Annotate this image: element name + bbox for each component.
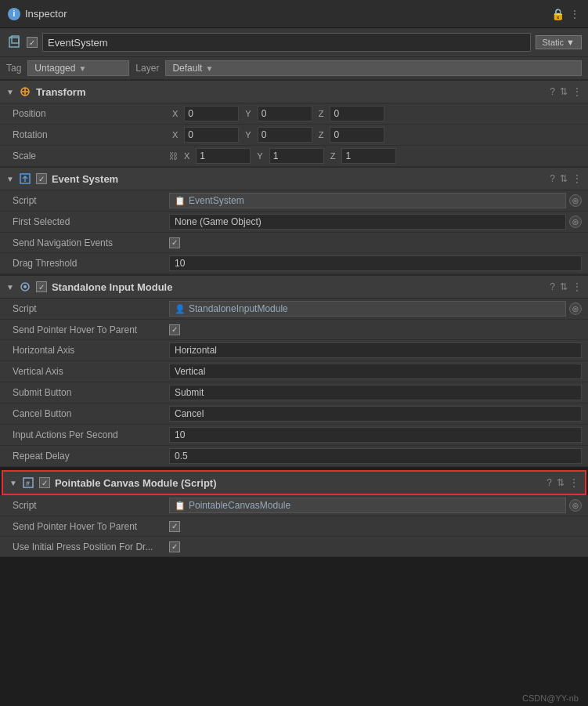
standalone-send-pointer-value: [169, 324, 582, 335]
standalone-more-icon[interactable]: ⋮: [572, 281, 582, 292]
position-row: Position X Y Z: [0, 103, 588, 125]
transform-help-icon[interactable]: ?: [550, 86, 555, 97]
svg-text:#: #: [26, 480, 30, 487]
transform-properties: Position X Y Z Rotation X Y Z Scale ⛓ X …: [0, 103, 588, 167]
submit-button-row: Submit Button: [0, 382, 588, 404]
horizontal-axis-value: [169, 342, 582, 358]
cancel-button-value: [169, 406, 582, 422]
position-value: X Y Z: [169, 106, 582, 121]
object-name-input[interactable]: [42, 33, 531, 52]
position-label: Position: [13, 108, 169, 119]
horizontal-axis-label: Horizontal Axis: [13, 345, 169, 356]
vertical-axis-row: Vertical Axis: [0, 361, 588, 382]
drag-threshold-row: Drag Threshold: [0, 253, 588, 274]
cancel-button-row: Cancel Button: [0, 404, 588, 425]
pointable-script-value: 📋 PointableCanvasModule ◎: [169, 498, 582, 513]
pos-x-input[interactable]: [184, 106, 239, 121]
layer-label: Layer: [135, 63, 159, 74]
event-system-section-icons: ? ⇅ ⋮: [550, 173, 582, 184]
pointable-canvas-module-header[interactable]: ▼ # Pointable Canvas Module (Script) ? ⇅…: [2, 470, 586, 495]
vertical-axis-input[interactable]: [169, 364, 582, 379]
pointable-script-field: 📋 PointableCanvasModule: [169, 498, 566, 513]
transform-settings-icon[interactable]: ⇅: [560, 86, 568, 97]
event-system-help-icon[interactable]: ?: [550, 173, 555, 184]
lock-icon[interactable]: 🔒: [551, 8, 565, 20]
standalone-script-picker[interactable]: ◎: [569, 302, 582, 315]
horizontal-axis-input[interactable]: [169, 342, 582, 358]
scale-x-label: X: [181, 151, 193, 161]
input-actions-value: [169, 427, 582, 443]
standalone-collapse-arrow: ▼: [6, 283, 14, 291]
standalone-input-module-header[interactable]: ▼ Standalone Input Module ? ⇅ ⋮: [0, 274, 588, 299]
standalone-icon: [19, 281, 31, 293]
send-nav-value: [169, 237, 582, 248]
event-system-enabled-checkbox[interactable]: [36, 173, 47, 184]
standalone-properties: Script 👤 StandaloneInputModule ◎ Send Po…: [0, 299, 588, 467]
standalone-settings-icon[interactable]: ⇅: [560, 281, 568, 292]
pointable-help-icon[interactable]: ?: [547, 477, 552, 488]
input-actions-input[interactable]: [169, 427, 582, 443]
drag-threshold-value: [169, 255, 582, 271]
send-nav-checkbox[interactable]: [169, 237, 180, 248]
standalone-script-label: Script: [13, 303, 169, 314]
pointable-send-pointer-label: Send Pointer Hover To Parent: [13, 521, 169, 532]
drag-threshold-label: Drag Threshold: [13, 258, 169, 269]
event-system-more-icon[interactable]: ⋮: [572, 173, 582, 184]
repeat-delay-label: Repeat Delay: [13, 451, 169, 462]
standalone-script-field: 👤 StandaloneInputModule: [169, 301, 566, 317]
pointable-settings-icon[interactable]: ⇅: [557, 477, 565, 488]
event-system-settings-icon[interactable]: ⇅: [560, 173, 568, 184]
event-system-script-picker[interactable]: ◎: [569, 194, 582, 207]
pointable-enabled-checkbox[interactable]: [39, 477, 50, 488]
transform-section-header[interactable]: ▼ Transform ? ⇅ ⋮: [0, 80, 588, 103]
cancel-button-input[interactable]: [169, 406, 582, 422]
rot-x-input[interactable]: [184, 127, 239, 143]
use-initial-press-checkbox[interactable]: [169, 541, 180, 552]
rot-y-input[interactable]: [258, 127, 312, 143]
pos-z-input[interactable]: [330, 106, 384, 121]
tag-dropdown[interactable]: Untagged ▼: [27, 60, 129, 76]
rot-z-input[interactable]: [330, 127, 384, 143]
pos-y-input[interactable]: [258, 106, 312, 121]
cube-icon: [6, 34, 22, 50]
object-header: Static ▼: [0, 28, 588, 57]
scale-row: Scale ⛓ X Y Z: [0, 146, 588, 167]
pointable-properties: Script 📋 PointableCanvasModule ◎ Send Po…: [0, 495, 588, 557]
pointable-script-picker[interactable]: ◎: [569, 499, 582, 512]
vertical-axis-label: Vertical Axis: [13, 366, 169, 377]
transform-more-icon[interactable]: ⋮: [572, 86, 582, 97]
first-selected-picker[interactable]: ◎: [569, 215, 582, 228]
submit-button-input[interactable]: [169, 385, 582, 400]
scale-x-input[interactable]: [196, 148, 251, 164]
use-initial-press-label: Use Initial Press Position For Dr...: [13, 541, 169, 552]
more-icon[interactable]: ⋮: [569, 8, 580, 20]
pointable-script-icon: 📋: [175, 501, 186, 511]
event-system-properties: Script 📋 EventSystem ◎ First Selected No…: [0, 190, 588, 274]
cancel-button-label: Cancel Button: [13, 408, 169, 419]
static-button[interactable]: Static ▼: [536, 35, 582, 49]
layer-dropdown[interactable]: Default ▼: [165, 60, 582, 76]
standalone-help-icon[interactable]: ?: [550, 281, 555, 292]
standalone-script-row: Script 👤 StandaloneInputModule ◎: [0, 299, 588, 320]
pointable-script-row: Script 📋 PointableCanvasModule ◎: [0, 495, 588, 516]
drag-threshold-input[interactable]: [169, 255, 582, 271]
event-system-script-value: 📋 EventSystem ◎: [169, 193, 582, 208]
scale-y-label: Y: [254, 151, 265, 161]
pointable-more-icon[interactable]: ⋮: [569, 477, 579, 488]
scale-y-input[interactable]: [269, 148, 324, 164]
vertical-axis-value: [169, 364, 582, 379]
scale-link-icon: ⛓: [169, 151, 178, 161]
transform-icon: [19, 85, 31, 98]
scale-z-input[interactable]: [341, 148, 396, 164]
pointable-send-pointer-checkbox[interactable]: [169, 521, 180, 532]
repeat-delay-input[interactable]: [169, 448, 582, 464]
submit-button-value: [169, 385, 582, 400]
standalone-enabled-checkbox[interactable]: [36, 281, 47, 292]
rot-x-label: X: [169, 130, 181, 139]
standalone-send-pointer-checkbox[interactable]: [169, 324, 180, 335]
svg-point-10: [23, 285, 27, 288]
event-system-section-header[interactable]: ▼ Event System ? ⇅ ⋮: [0, 167, 588, 190]
standalone-send-pointer-row: Send Pointer Hover To Parent: [0, 320, 588, 340]
object-enabled-checkbox[interactable]: [27, 37, 38, 48]
horizontal-axis-row: Horizontal Axis: [0, 340, 588, 361]
